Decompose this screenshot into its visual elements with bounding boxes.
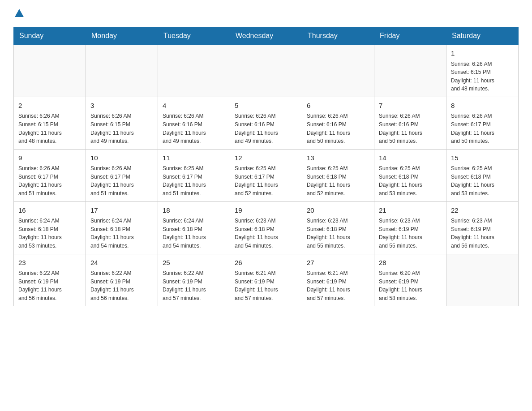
day-number: 27 xyxy=(307,258,369,268)
calendar-cell: 26Sunrise: 6:21 AM Sunset: 6:19 PM Dayli… xyxy=(230,254,302,306)
calendar-cell: 9Sunrise: 6:26 AM Sunset: 6:17 PM Daylig… xyxy=(14,149,86,201)
day-number: 10 xyxy=(90,153,153,163)
logo xyxy=(13,9,25,18)
day-number: 12 xyxy=(235,153,297,163)
day-number: 21 xyxy=(379,206,442,216)
day-number: 4 xyxy=(163,101,225,111)
calendar-cell: 1Sunrise: 6:26 AM Sunset: 6:15 PM Daylig… xyxy=(446,45,519,97)
day-number: 6 xyxy=(307,101,369,111)
calendar-cell: 13Sunrise: 6:25 AM Sunset: 6:18 PM Dayli… xyxy=(302,149,374,201)
day-number: 1 xyxy=(451,48,514,59)
calendar-cell: 24Sunrise: 6:22 AM Sunset: 6:19 PM Dayli… xyxy=(86,254,158,306)
calendar-cell: 25Sunrise: 6:22 AM Sunset: 6:19 PM Dayli… xyxy=(158,254,230,306)
day-number: 8 xyxy=(451,101,514,111)
day-info: Sunrise: 6:26 AM Sunset: 6:15 PM Dayligh… xyxy=(451,60,514,93)
calendar-cell: 23Sunrise: 6:22 AM Sunset: 6:19 PM Dayli… xyxy=(14,254,86,306)
day-info: Sunrise: 6:26 AM Sunset: 6:17 PM Dayligh… xyxy=(18,164,81,197)
day-number: 13 xyxy=(307,153,369,163)
day-info: Sunrise: 6:25 AM Sunset: 6:18 PM Dayligh… xyxy=(379,164,442,197)
day-number: 25 xyxy=(163,258,225,268)
calendar-cell: 27Sunrise: 6:21 AM Sunset: 6:19 PM Dayli… xyxy=(302,254,374,306)
logo-triangle-icon xyxy=(15,9,24,17)
calendar-cell: 8Sunrise: 6:26 AM Sunset: 6:17 PM Daylig… xyxy=(446,97,519,149)
calendar-cell xyxy=(14,45,86,97)
calendar-cell: 12Sunrise: 6:25 AM Sunset: 6:17 PM Dayli… xyxy=(230,149,302,201)
calendar-week-row: 2Sunrise: 6:26 AM Sunset: 6:15 PM Daylig… xyxy=(14,97,519,149)
calendar-cell: 16Sunrise: 6:24 AM Sunset: 6:18 PM Dayli… xyxy=(14,201,86,254)
day-number: 28 xyxy=(379,258,442,268)
calendar-cell xyxy=(158,45,230,97)
calendar-header-row: SundayMondayTuesdayWednesdayThursdayFrid… xyxy=(14,27,519,45)
day-info: Sunrise: 6:24 AM Sunset: 6:18 PM Dayligh… xyxy=(90,217,153,250)
calendar-week-row: 16Sunrise: 6:24 AM Sunset: 6:18 PM Dayli… xyxy=(14,201,519,254)
day-number: 9 xyxy=(18,153,81,163)
day-number: 17 xyxy=(90,206,153,216)
day-number: 2 xyxy=(18,101,81,111)
calendar-cell: 10Sunrise: 6:26 AM Sunset: 6:17 PM Dayli… xyxy=(86,149,158,201)
calendar-cell xyxy=(302,45,374,97)
day-of-week-header: Friday xyxy=(374,27,446,45)
calendar-cell xyxy=(374,45,446,97)
day-info: Sunrise: 6:22 AM Sunset: 6:19 PM Dayligh… xyxy=(18,269,81,302)
day-info: Sunrise: 6:26 AM Sunset: 6:17 PM Dayligh… xyxy=(90,164,153,197)
day-number: 16 xyxy=(18,206,81,216)
calendar-week-row: 9Sunrise: 6:26 AM Sunset: 6:17 PM Daylig… xyxy=(14,149,519,201)
calendar-cell: 6Sunrise: 6:26 AM Sunset: 6:16 PM Daylig… xyxy=(302,97,374,149)
day-info: Sunrise: 6:26 AM Sunset: 6:16 PM Dayligh… xyxy=(307,112,369,145)
calendar-cell: 15Sunrise: 6:25 AM Sunset: 6:18 PM Dayli… xyxy=(446,149,519,201)
day-info: Sunrise: 6:25 AM Sunset: 6:18 PM Dayligh… xyxy=(451,164,514,197)
calendar-cell xyxy=(86,45,158,97)
day-number: 11 xyxy=(163,153,225,163)
day-of-week-header: Saturday xyxy=(446,27,519,45)
day-of-week-header: Monday xyxy=(86,27,158,45)
day-number: 14 xyxy=(379,153,442,163)
day-info: Sunrise: 6:22 AM Sunset: 6:19 PM Dayligh… xyxy=(163,269,225,302)
calendar-cell: 20Sunrise: 6:23 AM Sunset: 6:18 PM Dayli… xyxy=(302,201,374,254)
day-number: 23 xyxy=(18,258,81,268)
day-number: 24 xyxy=(90,258,153,268)
day-number: 19 xyxy=(235,206,297,216)
page-header xyxy=(13,9,519,18)
calendar-cell: 11Sunrise: 6:25 AM Sunset: 6:17 PM Dayli… xyxy=(158,149,230,201)
calendar-week-row: 1Sunrise: 6:26 AM Sunset: 6:15 PM Daylig… xyxy=(14,45,519,97)
day-number: 15 xyxy=(451,153,514,163)
calendar-table: SundayMondayTuesdayWednesdayThursdayFrid… xyxy=(13,27,519,306)
day-info: Sunrise: 6:21 AM Sunset: 6:19 PM Dayligh… xyxy=(235,269,297,302)
calendar-cell: 18Sunrise: 6:24 AM Sunset: 6:18 PM Dayli… xyxy=(158,201,230,254)
day-number: 22 xyxy=(451,206,514,216)
day-info: Sunrise: 6:26 AM Sunset: 6:16 PM Dayligh… xyxy=(163,112,225,145)
day-info: Sunrise: 6:24 AM Sunset: 6:18 PM Dayligh… xyxy=(163,217,225,250)
calendar-cell: 28Sunrise: 6:20 AM Sunset: 6:19 PM Dayli… xyxy=(374,254,446,306)
day-info: Sunrise: 6:26 AM Sunset: 6:15 PM Dayligh… xyxy=(18,112,81,145)
day-info: Sunrise: 6:25 AM Sunset: 6:17 PM Dayligh… xyxy=(235,164,297,197)
day-of-week-header: Tuesday xyxy=(158,27,230,45)
day-info: Sunrise: 6:22 AM Sunset: 6:19 PM Dayligh… xyxy=(90,269,153,302)
day-info: Sunrise: 6:23 AM Sunset: 6:19 PM Dayligh… xyxy=(379,217,442,250)
calendar-cell xyxy=(446,254,519,306)
day-info: Sunrise: 6:26 AM Sunset: 6:17 PM Dayligh… xyxy=(451,112,514,145)
day-number: 5 xyxy=(235,101,297,111)
calendar-cell: 7Sunrise: 6:26 AM Sunset: 6:16 PM Daylig… xyxy=(374,97,446,149)
calendar-cell xyxy=(230,45,302,97)
day-info: Sunrise: 6:24 AM Sunset: 6:18 PM Dayligh… xyxy=(18,217,81,250)
day-info: Sunrise: 6:25 AM Sunset: 6:17 PM Dayligh… xyxy=(163,164,225,197)
day-info: Sunrise: 6:25 AM Sunset: 6:18 PM Dayligh… xyxy=(307,164,369,197)
calendar-cell: 19Sunrise: 6:23 AM Sunset: 6:18 PM Dayli… xyxy=(230,201,302,254)
day-info: Sunrise: 6:20 AM Sunset: 6:19 PM Dayligh… xyxy=(379,269,442,302)
day-info: Sunrise: 6:23 AM Sunset: 6:19 PM Dayligh… xyxy=(451,217,514,250)
calendar-cell: 22Sunrise: 6:23 AM Sunset: 6:19 PM Dayli… xyxy=(446,201,519,254)
day-info: Sunrise: 6:21 AM Sunset: 6:19 PM Dayligh… xyxy=(307,269,369,302)
day-of-week-header: Sunday xyxy=(14,27,86,45)
day-info: Sunrise: 6:26 AM Sunset: 6:15 PM Dayligh… xyxy=(90,112,153,145)
day-number: 20 xyxy=(307,206,369,216)
calendar-cell: 17Sunrise: 6:24 AM Sunset: 6:18 PM Dayli… xyxy=(86,201,158,254)
calendar-cell: 4Sunrise: 6:26 AM Sunset: 6:16 PM Daylig… xyxy=(158,97,230,149)
calendar-week-row: 23Sunrise: 6:22 AM Sunset: 6:19 PM Dayli… xyxy=(14,254,519,306)
day-of-week-header: Wednesday xyxy=(230,27,302,45)
calendar-cell: 2Sunrise: 6:26 AM Sunset: 6:15 PM Daylig… xyxy=(14,97,86,149)
calendar-cell: 3Sunrise: 6:26 AM Sunset: 6:15 PM Daylig… xyxy=(86,97,158,149)
day-number: 3 xyxy=(90,101,153,111)
calendar-cell: 5Sunrise: 6:26 AM Sunset: 6:16 PM Daylig… xyxy=(230,97,302,149)
day-of-week-header: Thursday xyxy=(302,27,374,45)
calendar-cell: 14Sunrise: 6:25 AM Sunset: 6:18 PM Dayli… xyxy=(374,149,446,201)
